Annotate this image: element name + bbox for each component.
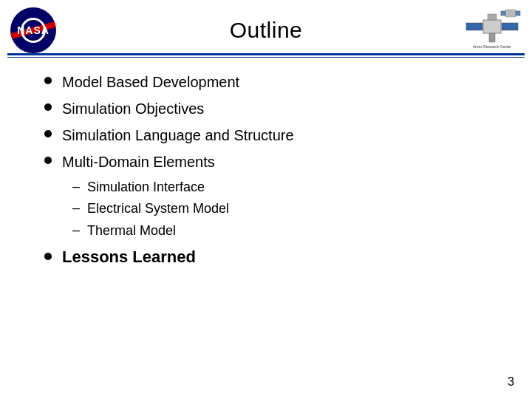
page-number: 3 bbox=[508, 375, 514, 389]
sub-list: – Simulation Interface – Electrical Syst… bbox=[72, 179, 488, 239]
list-item: – Electrical System Model bbox=[72, 200, 488, 217]
list-item: Simulation Objectives bbox=[44, 99, 488, 118]
bullet-list: Model Based Development Simulation Objec… bbox=[44, 72, 488, 171]
content: Model Based Development Simulation Objec… bbox=[0, 65, 532, 276]
svg-rect-0 bbox=[483, 20, 501, 33]
partner-logo-svg: Ames Research Center bbox=[463, 7, 522, 50]
sub-text: Thermal Model bbox=[87, 222, 176, 239]
bullet-icon bbox=[44, 77, 52, 84]
svg-rect-4 bbox=[489, 33, 495, 42]
nasa-text: NASA bbox=[17, 24, 50, 36]
svg-rect-1 bbox=[466, 23, 482, 30]
svg-rect-5 bbox=[505, 10, 516, 17]
svg-rect-2 bbox=[502, 23, 518, 30]
bullet-text: Multi-Domain Elements bbox=[62, 152, 215, 171]
bullet-icon bbox=[44, 253, 52, 260]
list-item: Simulation Language and Structure bbox=[44, 126, 488, 145]
list-item: Multi-Domain Elements bbox=[44, 152, 488, 171]
sub-text: Simulation Interface bbox=[87, 179, 205, 196]
partner-logo: Ames Research Center bbox=[463, 6, 522, 50]
slide: NASA Outline Ames Research Center bbox=[0, 0, 532, 399]
header: NASA Outline Ames Research Center bbox=[0, 0, 532, 53]
bullet-icon bbox=[44, 103, 52, 111]
bullet-icon bbox=[44, 157, 52, 164]
sub-text: Electrical System Model bbox=[87, 200, 229, 217]
list-item: – Thermal Model bbox=[72, 222, 488, 239]
divider bbox=[0, 53, 532, 58]
bullet-text: Model Based Development bbox=[62, 72, 239, 92]
nasa-logo-circle: NASA bbox=[10, 7, 56, 53]
svg-rect-7 bbox=[516, 11, 520, 16]
bullet-icon bbox=[44, 130, 52, 137]
lessons-text: Lessons Learned bbox=[62, 247, 196, 268]
svg-rect-3 bbox=[488, 14, 497, 20]
dash-icon: – bbox=[72, 179, 80, 194]
bullet-text: Simulation Language and Structure bbox=[62, 126, 294, 145]
dash-icon: – bbox=[72, 222, 80, 238]
svg-text:Ames Research Center: Ames Research Center bbox=[473, 44, 511, 49]
svg-rect-6 bbox=[501, 11, 505, 16]
bullet-text: Simulation Objectives bbox=[62, 99, 204, 118]
list-item: – Simulation Interface bbox=[72, 179, 488, 196]
dash-icon: – bbox=[72, 200, 80, 216]
slide-title: Outline bbox=[230, 10, 303, 47]
nasa-logo: NASA bbox=[10, 7, 56, 53]
lessons-item: Lessons Learned bbox=[44, 247, 488, 268]
list-item: Model Based Development bbox=[44, 72, 488, 92]
